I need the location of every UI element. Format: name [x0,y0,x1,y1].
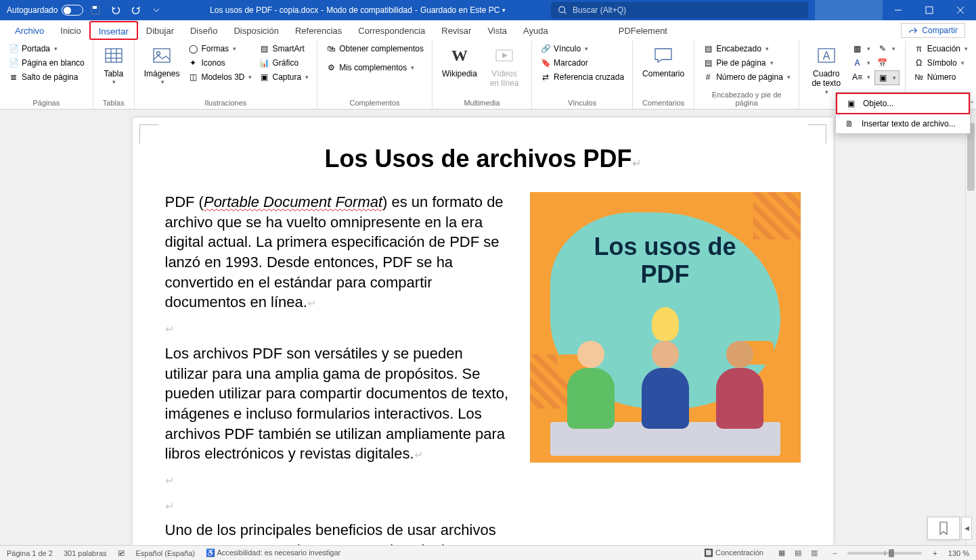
textbox-icon: A [816,45,837,66]
autosave-toggle[interactable] [62,5,83,16]
focus-mode-button[interactable]: 🔲 Concentración [704,549,763,557]
object-icon: ▣ [845,98,856,109]
signature-button[interactable]: ✎▾ [874,42,900,55]
svg-point-2 [559,7,565,13]
addins-icon: ⚙ [326,62,336,73]
wordart-button[interactable]: A▾ [849,56,873,70]
group-paginas-label: Páginas [32,97,60,109]
read-mode-button[interactable]: ▦ [774,547,789,559]
tab-correspondencia[interactable]: Correspondencia [350,22,433,40]
chart-icon: 📊 [259,57,269,68]
captura-button[interactable]: ▣Captura▾ [256,70,311,84]
ecuacion-button[interactable]: πEcuación▾ [911,42,971,55]
tab-archivo[interactable]: Archivo [7,22,52,40]
tab-dibujar[interactable]: Dibujar [138,22,182,40]
modelos3d-button[interactable]: ◫Modelos 3D▾ [185,70,254,84]
pie-pagina-button[interactable]: ▤Pie de página▾ [700,56,793,70]
save-button[interactable] [87,2,104,18]
user-account[interactable] [815,0,883,20]
datetime-button[interactable]: 📅 [874,56,900,70]
imagenes-button[interactable]: Imágenes▾ [140,42,184,89]
tab-inicio[interactable]: Inicio [52,22,89,40]
document-area[interactable]: Los Usos de archivos PDF↵ PDF (Portable … [0,110,965,545]
maximize-button[interactable] [914,0,945,20]
file-text-icon: 🗎 [844,118,855,129]
mis-complementos-button[interactable]: ⚙Mis complementos▾ [323,61,426,74]
tab-referencias[interactable]: Referencias [287,22,350,40]
print-layout-button[interactable]: ▤ [791,547,805,559]
word-count[interactable]: 301 palabras [64,549,107,557]
icons-icon: ✦ [187,57,198,68]
comentario-button[interactable]: Comentario [638,42,688,81]
marcador-button[interactable]: 🔖Marcador [537,56,627,70]
close-button[interactable] [945,0,976,20]
dropdown-insertar-texto[interactable]: 🗎 Insertar texto de archivo... [836,114,970,133]
comment-icon [652,45,674,66]
tab-insertar[interactable]: Insertar [89,21,138,40]
object-dropdown-menu: ▣ Objeto... 🗎 Insertar texto de archivo.… [835,92,971,134]
object-button[interactable]: ▣▾ [874,70,900,85]
share-button[interactable]: Compartir [901,23,965,38]
undo-button[interactable] [108,2,124,18]
referencia-cruzada-button[interactable]: ⇄Referencia cruzada [537,70,627,84]
svg-rect-8 [106,49,122,62]
bookmark-tab[interactable] [927,517,960,540]
tab-vista[interactable]: Vista [479,22,515,40]
video-icon [493,45,515,66]
quickparts-button[interactable]: ▦▾ [849,42,873,55]
proofing-icon[interactable]: 🗹 [118,549,125,557]
page-blank-icon: 📄 [8,57,19,68]
symbol-icon: Ω [914,57,925,68]
bookmark-chevron[interactable]: ◀ [961,517,972,540]
obtener-complementos-button[interactable]: 🛍Obtener complementos [323,42,426,55]
videos-button[interactable]: Vídeos en línea [483,42,526,91]
smartart-button[interactable]: ▤SmartArt [256,42,311,55]
zoom-slider[interactable] [847,552,922,555]
simbolo-button[interactable]: ΩSímbolo▾ [911,56,971,70]
formas-button[interactable]: ◯Formas▾ [185,42,254,55]
link-icon: 🔗 [540,43,551,54]
tab-diseno[interactable]: Diseño [182,22,225,40]
cube-icon: ◫ [187,72,198,83]
grafico-button[interactable]: 📊Gráfico [256,56,311,70]
vertical-scrollbar[interactable] [965,110,976,545]
tab-pdfelement[interactable]: PDFelement [611,22,675,40]
dropcap-button[interactable]: A≡▾ [849,70,873,84]
date-icon: 📅 [877,57,888,68]
svg-text:A: A [822,50,830,62]
accessibility-indicator[interactable]: ♿ Accesibilidad: es necesario investigar [206,549,340,557]
tab-revisar[interactable]: Revisar [433,22,479,40]
doc-text[interactable]: PDF (Portable Document Format) es un for… [165,192,510,545]
cuadro-texto-button[interactable]: A Cuadro de texto▾ [805,42,848,99]
tab-ayuda[interactable]: Ayuda [515,22,556,40]
vinculo-button[interactable]: 🔗Vínculo▾ [537,42,627,55]
zoom-in-button[interactable]: + [933,549,937,557]
search-input[interactable]: Buscar (Alt+Q) [551,2,808,18]
qat-dropdown[interactable] [148,2,164,18]
numero-pagina-button[interactable]: #Número de página▾ [700,70,793,84]
page-indicator[interactable]: Página 1 de 2 [7,549,53,557]
minimize-button[interactable] [883,0,914,20]
zoom-level[interactable]: 130 % [948,549,969,557]
dropcap-icon: A≡ [852,72,863,83]
language-indicator[interactable]: Español (España) [136,549,195,557]
tabla-button[interactable]: Tabla▾ [99,42,129,89]
portada-button[interactable]: 📄Portada▾ [5,42,87,55]
svg-line-3 [564,12,567,14]
numero-button[interactable]: №Número [911,70,971,84]
tab-disposicion[interactable]: Disposición [225,22,286,40]
redo-button[interactable] [128,2,144,18]
tab-addin[interactable] [556,26,611,34]
zoom-out-button[interactable]: − [833,549,837,557]
web-layout-button[interactable]: ▥ [807,547,822,559]
salto-pagina-button[interactable]: ≣Salto de página [5,70,87,84]
iconos-button[interactable]: ✦Iconos [185,56,254,70]
pagina-blanco-button[interactable]: 📄Página en blanco [5,56,87,70]
store-icon: 🛍 [326,43,336,54]
svg-rect-1 [93,6,97,9]
screenshot-icon: ▣ [259,72,269,83]
encabezado-button[interactable]: ▤Encabezado▾ [700,42,793,55]
wikipedia-button[interactable]: W Wikipedia [438,42,481,81]
object-icon: ▣ [878,72,889,83]
dropdown-objeto[interactable]: ▣ Objeto... [836,93,970,114]
